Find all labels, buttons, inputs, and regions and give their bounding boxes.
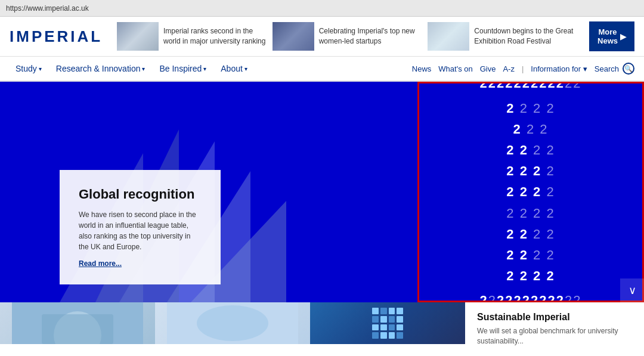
svg-point-9 (197, 305, 268, 341)
news-thumb-1 (117, 22, 159, 51)
hero-section: Global recognition We have risen to seco… (0, 82, 644, 302)
nav-divider: | (522, 64, 524, 73)
bottom-section: Sustainable Imperial We will set a globa… (0, 302, 644, 356)
grid-cell (372, 324, 379, 331)
bottom-card-image-1 (0, 302, 155, 344)
hero-title: Global recognition (79, 187, 202, 202)
search-label: Search (595, 64, 619, 73)
nav-about-arrow: ▾ (244, 66, 247, 72)
grid-cell (397, 324, 403, 331)
logo[interactable]: IMPERIAL (10, 27, 105, 46)
hero-text-box: Global recognition We have risen to seco… (60, 170, 221, 284)
grid-cell (372, 332, 379, 339)
nav-study-arrow: ▾ (39, 66, 42, 72)
nav-give[interactable]: Give (480, 64, 496, 73)
hero-read-more-link[interactable]: Read more... (79, 259, 202, 268)
bottom-card-3[interactable] (310, 302, 465, 344)
number-pattern: 2222222222 22 222222222222 222222222222 … (425, 82, 636, 302)
svg-rect-7 (42, 314, 113, 344)
search-area: Search 🔍 (595, 63, 634, 75)
bottom-card-2[interactable] (155, 302, 310, 344)
top-bar: IMPERIAL Imperial ranks second in the wo… (0, 17, 644, 57)
nav-bar: Study ▾ Research & Innovation ▾ Be Inspi… (0, 57, 644, 82)
bottom-card-title: Sustainable Imperial (477, 312, 632, 323)
chevron-down-icon: ∨ (628, 284, 636, 297)
news-text-3: Countdown begins to the Great Exhibition… (474, 26, 577, 47)
news-item-1[interactable]: Imperial ranks second in the world in ma… (117, 22, 267, 51)
bottom-card-description: We will set a global benchmark for unive… (477, 326, 632, 346)
grid-cell (389, 324, 395, 331)
nav-news[interactable]: News (412, 64, 432, 73)
grid-cell (380, 308, 387, 314)
nav-be-inspired[interactable]: Be Inspired ▾ (153, 58, 212, 79)
browser-url: https://www.imperial.ac.uk (6, 4, 89, 13)
nav-a-z[interactable]: A-z (503, 64, 515, 73)
bottom-card-1[interactable] (0, 302, 155, 344)
grid-cell (397, 332, 403, 339)
number-pattern-box: 2222222222 22 222222222222 222222222222 … (417, 82, 644, 302)
nav-be-inspired-arrow: ▾ (203, 66, 206, 72)
nav-info-for[interactable]: Information for ▾ (531, 64, 587, 73)
nav-whats-on[interactable]: What's on (438, 64, 472, 73)
bottom-card-image-3 (310, 302, 465, 344)
grid-cell (372, 316, 379, 323)
grid-cell (372, 308, 379, 314)
grid-cell (389, 332, 395, 339)
nav-research[interactable]: Research & Innovation ▾ (50, 58, 151, 79)
nav-research-arrow: ▾ (142, 66, 145, 72)
grid-cell (380, 332, 387, 339)
grid-cell (389, 308, 395, 314)
news-thumb-2 (273, 22, 314, 51)
search-icon[interactable]: 🔍 (623, 63, 634, 75)
nav-study[interactable]: Study ▾ (10, 58, 48, 79)
nav-info-for-arrow: ▾ (583, 64, 587, 73)
news-item-3[interactable]: Countdown begins to the Great Exhibition… (428, 22, 577, 51)
nav-primary: Study ▾ Research & Innovation ▾ Be Inspi… (10, 58, 412, 79)
news-thumb-3 (428, 22, 469, 51)
bottom-grid (372, 308, 403, 339)
more-news-arrow: ▶ (620, 32, 626, 41)
nav-secondary: News What's on Give A-z | Information fo… (412, 64, 587, 73)
more-news-button[interactable]: MoreNews ▶ (589, 21, 634, 51)
news-items: Imperial ranks second in the world in ma… (117, 22, 577, 51)
bottom-text-card: Sustainable Imperial We will set a globa… (465, 302, 644, 356)
bottom-card-image-2 (155, 302, 310, 344)
nav-about[interactable]: About ▾ (215, 58, 253, 79)
grid-cell (397, 308, 403, 314)
grid-cell (389, 316, 395, 323)
scroll-down-button[interactable]: ∨ (620, 278, 644, 302)
grid-cell (380, 324, 387, 331)
hero-description: We have risen to second place in the wor… (79, 209, 202, 252)
news-text-1: Imperial ranks second in the world in ma… (163, 26, 267, 47)
news-text-2: Celebrating Imperial's top new women-led… (319, 26, 422, 47)
news-item-2[interactable]: Celebrating Imperial's top new women-led… (273, 22, 422, 51)
browser-bar: https://www.imperial.ac.uk (0, 0, 644, 17)
grid-cell (380, 316, 387, 323)
grid-cell (397, 316, 403, 323)
